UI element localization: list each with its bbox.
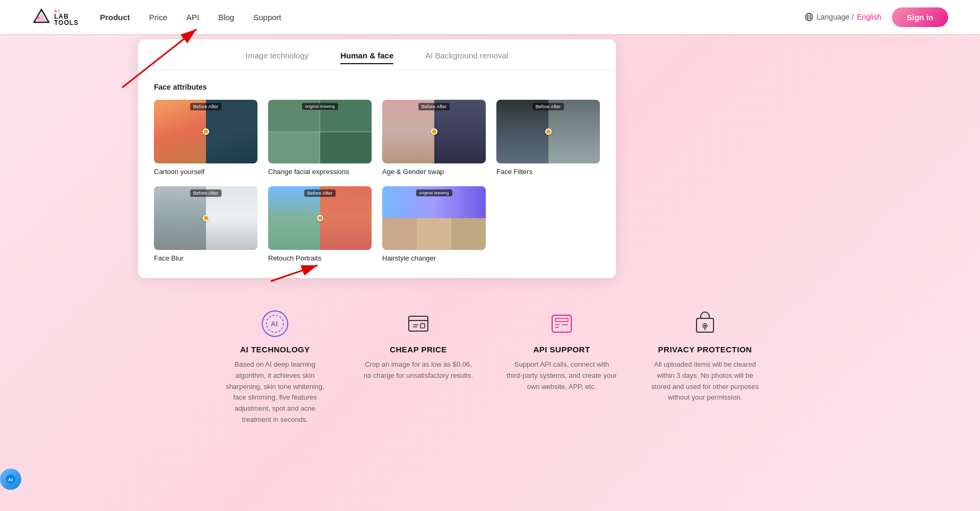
- retouch-dot: [317, 215, 323, 221]
- feature-api: API SUPPORT Support API calls, connect w…: [490, 310, 633, 426]
- cartoon-dot: [203, 128, 209, 135]
- facial-badge: original drawing: [302, 103, 338, 110]
- api-icon: [548, 310, 575, 337]
- tool-hairstyle-label: Hairstyle changer: [382, 254, 486, 262]
- tool-blur[interactable]: Before After Face Blur: [154, 186, 257, 262]
- tool-retouch[interactable]: Before After Retouch Portraits: [268, 186, 372, 262]
- globe-icon: [805, 13, 813, 21]
- tool-blur-img: Before After: [154, 186, 257, 250]
- cartoon-badge: Before After: [190, 103, 222, 110]
- gender-dot: [431, 128, 437, 135]
- svg-text:AI: AI: [8, 477, 13, 482]
- filters-badge: Before After: [532, 103, 564, 110]
- svg-rect-15: [409, 316, 428, 331]
- svg-rect-20: [552, 315, 571, 332]
- nav-links: Product Price API Blog Support: [100, 13, 805, 22]
- tool-cartoon[interactable]: Before After Cartoon yourself: [154, 100, 257, 176]
- feature-price: CHEAP PRICE Crop an image for as low as …: [347, 310, 490, 426]
- svg-text:AI: AI: [271, 320, 278, 328]
- features-section: AI AI TECHNOLOGY Based on AI deep learni…: [171, 283, 809, 447]
- language-label: Language /: [816, 13, 854, 21]
- tool-facial-img: original drawing: [268, 100, 372, 163]
- ai-title: AI TECHNOLOGY: [240, 345, 310, 354]
- tab-row: Image technology Human & face AI Backgro…: [138, 39, 616, 70]
- privacy-title: PRIVACY PROTECTION: [658, 345, 752, 354]
- sign-in-button[interactable]: Sign in: [892, 7, 948, 27]
- filters-dot: [545, 128, 552, 135]
- language-button[interactable]: Language / English: [805, 13, 881, 21]
- tab-human-face[interactable]: Human & face: [340, 51, 393, 64]
- blur-dot: [203, 215, 209, 221]
- tool-gender-label: Age & Gender swap: [382, 168, 486, 176]
- price-icon: [405, 310, 432, 337]
- tool-cartoon-img: Before After: [154, 100, 257, 163]
- feature-ai: AI AI TECHNOLOGY Based on AI deep learni…: [203, 310, 347, 426]
- privacy-desc: All uploaded items will be cleared withi…: [649, 359, 761, 403]
- tool-blur-label: Face Blur: [154, 254, 257, 262]
- logo-lab-label: LABTOOLS: [54, 13, 79, 26]
- tool-filters-label: Face Filters: [496, 168, 600, 176]
- tool-cartoon-label: Cartoon yourself: [154, 168, 257, 176]
- tool-filters-img: Before After: [496, 100, 600, 163]
- api-desc: Support API calls, connect with third-pa…: [506, 359, 617, 392]
- price-desc: Crop an image for as low as $0.06, no ch…: [363, 359, 474, 382]
- svg-text:AI: AI: [36, 16, 39, 20]
- nav-api[interactable]: API: [186, 13, 199, 22]
- logo[interactable]: AI AI LABTOOLS: [32, 7, 79, 27]
- tool-hairstyle[interactable]: original drawing Hairstyle changer: [382, 186, 486, 262]
- retouch-badge: Before After: [304, 189, 336, 197]
- nav-support[interactable]: Support: [253, 13, 281, 22]
- svg-rect-21: [555, 318, 568, 322]
- tool-filters[interactable]: Before After Face Filters: [496, 100, 600, 176]
- face-attributes-title: Face attributes: [154, 83, 600, 91]
- nav-product[interactable]: Product: [100, 13, 130, 22]
- api-title: API SUPPORT: [533, 345, 590, 354]
- hairstyle-badge: original drawing: [416, 189, 452, 196]
- nav-price[interactable]: Price: [149, 13, 167, 22]
- privacy-icon: [691, 310, 719, 337]
- nav-blog[interactable]: Blog: [218, 13, 234, 22]
- ai-desc: Based on AI deep learning algorithm, it …: [219, 359, 331, 426]
- ai-icon: AI: [261, 310, 289, 337]
- tab-ai-background[interactable]: AI Background removal: [425, 51, 508, 64]
- gender-badge: Before After: [418, 103, 450, 110]
- feature-privacy: PRIVACY PROTECTION All uploaded items wi…: [633, 310, 777, 426]
- price-title: CHEAP PRICE: [390, 345, 447, 354]
- dropdown-panel: Image technology Human & face AI Backgro…: [138, 39, 616, 278]
- tool-retouch-img: Before After: [268, 186, 372, 250]
- svg-point-28: [704, 325, 706, 327]
- svg-rect-19: [420, 324, 425, 328]
- language-highlight: English: [857, 13, 881, 21]
- tool-empty: [496, 186, 600, 262]
- tool-facial-label: Change facial expressions: [268, 168, 372, 176]
- tools-row2: Before After Face Blur Before After Reto…: [138, 176, 616, 262]
- tool-retouch-label: Retouch Portraits: [268, 254, 372, 262]
- bottom-circle[interactable]: AI: [0, 469, 21, 490]
- tool-hairstyle-img: original drawing: [382, 186, 486, 250]
- tools-row1: Before After Cartoon yourself original d…: [138, 100, 616, 176]
- tab-image-technology[interactable]: Image technology: [246, 51, 308, 64]
- tool-facial[interactable]: original drawing Change facial expressio…: [268, 100, 372, 176]
- tool-gender[interactable]: Before After Age & Gender swap: [382, 100, 486, 176]
- nav-right: Language / English Sign in: [805, 7, 948, 27]
- tool-gender-img: Before After: [382, 100, 486, 163]
- navbar: AI AI LABTOOLS Product Price API Blog Su…: [0, 0, 980, 34]
- blur-badge: Before After: [190, 189, 222, 197]
